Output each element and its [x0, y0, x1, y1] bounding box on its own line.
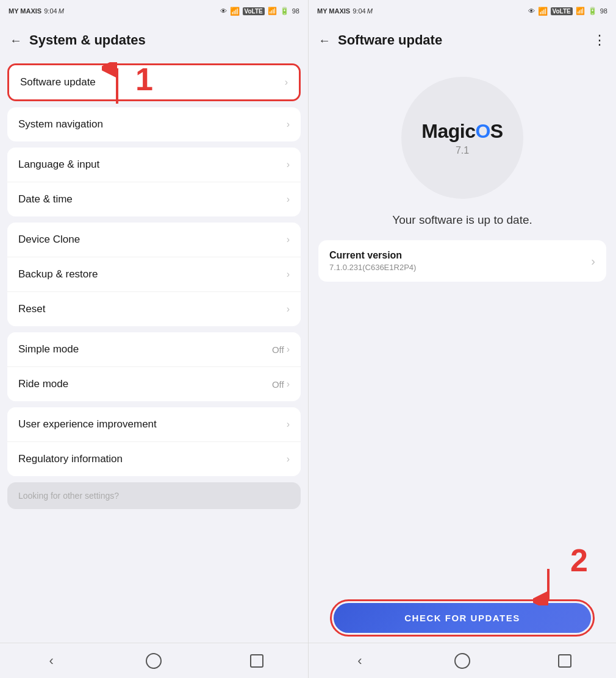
device-clone-item[interactable]: Device Clone ›: [7, 223, 301, 257]
ride-mode-value: Off: [272, 379, 284, 390]
date-time-item[interactable]: Date & time ›: [7, 182, 301, 216]
left-recent-nav[interactable]: [242, 650, 272, 672]
arrow-down-annotation: [533, 569, 564, 608]
right-header: ← Software update ⋮: [309, 22, 616, 59]
left-back-nav[interactable]: ‹: [36, 650, 66, 672]
volte-icon: VoLTE: [243, 7, 265, 15]
left-home-nav-icon: [146, 653, 162, 669]
right-back-button[interactable]: ←: [318, 34, 331, 48]
ride-mode-chevron: ›: [287, 379, 290, 390]
right-battery-icon: 🔋: [588, 7, 597, 15]
right-recent-nav-icon: [558, 654, 571, 668]
right-back-nav[interactable]: ‹: [345, 650, 375, 672]
current-version-chevron: ›: [591, 254, 595, 268]
up-to-date-text: Your software is up to date.: [392, 213, 532, 227]
simple-ride-card: Simple mode Off › Ride mode Off ›: [7, 332, 301, 401]
magicos-circle: MagicOS 7.1: [401, 77, 523, 199]
backup-restore-label: Backup & restore: [18, 268, 98, 280]
current-version-number: 7.1.0.231(C636E1R2P4): [329, 263, 416, 272]
simple-mode-chevron: ›: [287, 344, 290, 355]
reset-chevron: ›: [287, 304, 290, 315]
reset-item[interactable]: Reset ›: [7, 292, 301, 326]
simple-mode-value: Off: [272, 344, 284, 355]
software-update-highlighted: Software update ›: [7, 63, 301, 101]
language-chevron: ›: [287, 159, 290, 170]
current-version-info: Current version 7.1.0.231(C636E1R2P4): [329, 250, 416, 272]
ux-regulatory-card: User experience improvement › Regulatory…: [7, 407, 301, 476]
right-bottom-nav: ‹: [309, 643, 616, 678]
software-update-chevron: ›: [285, 77, 288, 88]
software-update-label: Software update: [20, 76, 96, 88]
ux-improvement-label: User experience improvement: [18, 418, 157, 430]
right-volte-icon: VoLTE: [551, 7, 573, 15]
software-update-item[interactable]: Software update ›: [9, 65, 299, 99]
left-home-nav[interactable]: [138, 650, 169, 672]
system-navigation-card: System navigation ›: [7, 107, 301, 141]
right-indicator: M: [367, 7, 373, 15]
right-status-icons: 👁 📶 VoLTE 📶 🔋 98: [528, 7, 607, 16]
language-input-label: Language & input: [18, 159, 99, 171]
right-recent-nav[interactable]: [550, 650, 580, 672]
right-page-title: Software update: [338, 32, 442, 48]
simple-mode-right: Off ›: [272, 344, 290, 355]
ux-improvement-item[interactable]: User experience improvement ›: [7, 407, 301, 442]
magicos-name-part2: O: [475, 120, 490, 142]
language-input-item[interactable]: Language & input ›: [7, 148, 301, 182]
magicos-title: MagicOS: [421, 120, 503, 143]
check-updates-wrapper: 2 CHECK FOR UPDATES: [318, 593, 606, 637]
magicos-version: 7.1: [456, 145, 469, 156]
left-status-icons: 👁 📶 VoLTE 📶 🔋 98: [220, 7, 299, 16]
magicos-name-part3: S: [490, 120, 503, 142]
date-time-label: Date & time: [18, 193, 73, 205]
regulatory-item[interactable]: Regulatory information ›: [7, 442, 301, 476]
simple-mode-label: Simple mode: [18, 343, 79, 355]
left-carrier: MY MAXIS: [9, 7, 41, 15]
left-panel: MY MAXIS 9:04 M 👁 📶 VoLTE 📶 🔋 98 ← Syste…: [0, 0, 308, 678]
device-clone-label: Device Clone: [18, 234, 80, 246]
right-main-content: MagicOS 7.1 Your software is up to date.…: [309, 59, 616, 643]
left-content: Software update › 1: [0, 59, 308, 643]
regulatory-label: Regulatory information: [18, 453, 123, 465]
right-signal-icon: 📶: [576, 7, 585, 15]
reset-label: Reset: [18, 303, 45, 315]
left-bottom-nav: ‹: [0, 643, 308, 678]
left-page-title: System & updates: [29, 32, 146, 48]
system-navigation-label: System navigation: [18, 118, 103, 130]
wifi-icon: 📶: [230, 7, 240, 16]
left-back-nav-icon: ‹: [49, 653, 53, 669]
right-time: 9:04: [353, 7, 365, 15]
right-wifi-icon: 📶: [538, 7, 548, 16]
right-panel: MY MAXIS 9:04 M 👁 📶 VoLTE 📶 🔋 98 ← Softw…: [308, 0, 616, 678]
left-back-button[interactable]: ←: [10, 34, 22, 48]
right-home-nav[interactable]: [447, 650, 478, 672]
ux-improvement-chevron: ›: [287, 419, 290, 430]
left-recent-nav-icon: [250, 654, 263, 668]
magicos-name-part1: Magic: [421, 120, 475, 142]
backup-restore-item[interactable]: Backup & restore ›: [7, 257, 301, 292]
right-carrier: MY MAXIS: [317, 7, 350, 15]
ride-mode-right: Off ›: [272, 379, 290, 390]
ride-mode-item[interactable]: Ride mode Off ›: [7, 367, 301, 401]
left-indicator: M: [59, 7, 64, 15]
simple-mode-item[interactable]: Simple mode Off ›: [7, 332, 301, 367]
system-nav-chevron: ›: [287, 119, 290, 130]
battery-icon: 🔋: [280, 7, 289, 15]
battery-pct: 98: [292, 7, 299, 15]
right-more-button[interactable]: ⋮: [593, 32, 606, 48]
current-version-card[interactable]: Current version 7.1.0.231(C636E1R2P4) ›: [318, 240, 606, 282]
left-header: ← System & updates: [0, 22, 308, 59]
looking-for-text: Looking for other settings?: [7, 482, 301, 509]
right-battery-pct: 98: [600, 7, 607, 15]
device-clone-chevron: ›: [287, 234, 290, 245]
device-clone-card: Device Clone › Backup & restore › Reset …: [7, 223, 301, 326]
regulatory-chevron: ›: [287, 454, 290, 465]
left-status-bar: MY MAXIS 9:04 M 👁 📶 VoLTE 📶 🔋 98: [0, 0, 308, 22]
signal-icon: 📶: [268, 7, 277, 15]
eye-icon: 👁: [220, 7, 227, 15]
right-back-nav-icon: ‹: [357, 653, 362, 669]
right-status-bar: MY MAXIS 9:04 M 👁 📶 VoLTE 📶 🔋 98: [309, 0, 616, 22]
annotation-number-2: 2: [570, 544, 588, 576]
system-navigation-item[interactable]: System navigation ›: [7, 107, 301, 141]
ride-mode-label: Ride mode: [18, 378, 68, 390]
right-home-nav-icon: [454, 653, 470, 669]
